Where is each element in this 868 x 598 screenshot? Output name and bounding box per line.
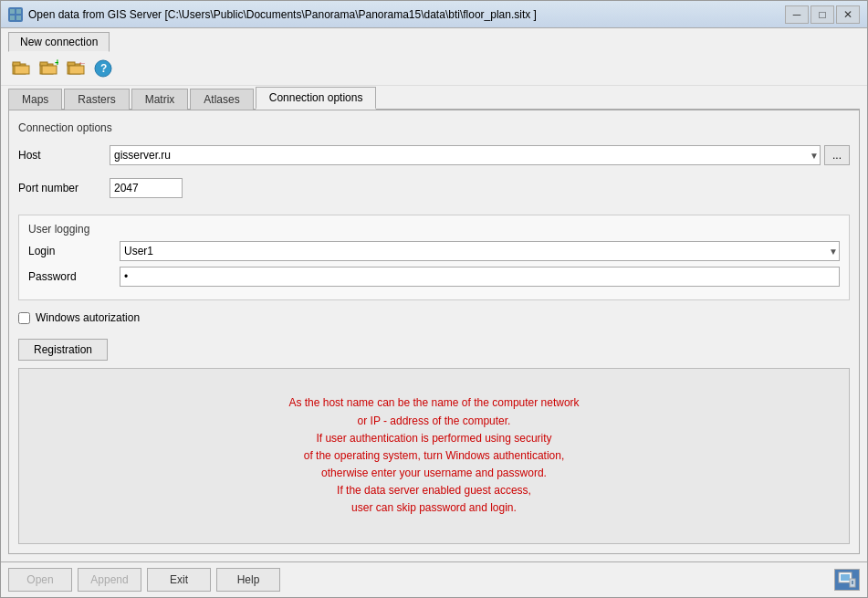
host-label: Host <box>18 149 110 162</box>
svg-rect-8 <box>40 62 47 66</box>
user-logging-section: User logging Login User1 ▼ Password <box>18 215 850 300</box>
tab-maps[interactable]: Maps <box>8 89 62 110</box>
host-select[interactable]: gisserver.ru <box>110 145 821 165</box>
append-button[interactable]: Append <box>78 568 141 592</box>
status-icon <box>834 569 860 591</box>
windows-auth-checkbox[interactable] <box>18 312 30 324</box>
window-title: Open data from GIS Server [C:\Users\Publ… <box>28 8 785 21</box>
svg-rect-18 <box>841 574 850 581</box>
registration-button[interactable]: Registration <box>18 339 108 361</box>
svg-rect-20 <box>852 581 853 584</box>
window-icon <box>8 7 23 22</box>
add-button[interactable]: + <box>36 56 61 81</box>
window-controls: ─ □ ✕ <box>785 5 860 24</box>
login-label: Login <box>28 245 120 257</box>
exit-button[interactable]: Exit <box>147 568 211 592</box>
tab-rasters[interactable]: Rasters <box>64 89 129 110</box>
new-connection-tab[interactable]: New connection <box>8 32 110 52</box>
port-row: Port number <box>18 178 850 198</box>
svg-rect-3 <box>16 16 21 20</box>
minimize-button[interactable]: ─ <box>785 5 809 24</box>
login-row: Login User1 ▼ <box>28 241 840 261</box>
svg-rect-12 <box>68 62 75 66</box>
main-window: Open data from GIS Server [C:\Users\Publ… <box>0 0 868 598</box>
tab-atlases[interactable]: Atlases <box>190 89 253 110</box>
registration-row: Registration <box>18 331 850 361</box>
content-area: Maps Rasters Matrix Atlases Connection o… <box>1 86 867 561</box>
open-file-button[interactable] <box>8 56 34 81</box>
close-button[interactable]: ✕ <box>836 5 860 24</box>
svg-rect-6 <box>15 66 29 74</box>
bottom-bar: Open Append Exit Help <box>1 561 867 597</box>
svg-text:?: ? <box>100 62 107 75</box>
toolbar: + ← ? <box>1 52 867 86</box>
info-text: As the host name can be the name of the … <box>288 394 579 517</box>
svg-text:+: + <box>55 58 58 68</box>
password-label: Password <box>28 270 120 283</box>
windows-auth-row: Windows autorization <box>18 311 850 324</box>
tab-content-connection-options: Connection options Host gisserver.ru ▼ .… <box>8 110 860 554</box>
port-label: Port number <box>18 182 110 194</box>
connection-options-section-label: Connection options <box>18 120 850 138</box>
svg-text:←: ← <box>78 58 86 68</box>
outer-tabs: New connection <box>1 28 867 52</box>
user-logging-label: User logging <box>28 223 840 236</box>
login-select-wrapper: User1 ▼ <box>120 241 840 261</box>
browse-button[interactable]: ... <box>824 145 850 165</box>
svg-rect-5 <box>13 62 20 66</box>
maximize-button[interactable]: □ <box>810 5 834 24</box>
title-bar: Open data from GIS Server [C:\Users\Publ… <box>1 1 867 28</box>
password-row: Password <box>28 267 840 287</box>
open-button[interactable]: Open <box>8 568 72 592</box>
login-select[interactable]: User1 <box>120 241 840 261</box>
inner-tabs: Maps Rasters Matrix Atlases Connection o… <box>8 86 860 110</box>
host-select-wrapper: gisserver.ru ▼ <box>110 145 821 165</box>
help-bottom-button[interactable]: Help <box>216 568 280 592</box>
tab-connection-options[interactable]: Connection options <box>256 87 377 110</box>
svg-rect-2 <box>10 16 15 20</box>
info-box: As the host name can be the name of the … <box>18 368 850 544</box>
tab-matrix[interactable]: Matrix <box>131 89 189 110</box>
svg-rect-0 <box>10 9 15 14</box>
port-input[interactable] <box>110 178 183 198</box>
back-button[interactable]: ← <box>63 56 89 81</box>
svg-rect-1 <box>16 9 21 14</box>
host-row: Host gisserver.ru ▼ ... <box>18 145 850 165</box>
help-button[interactable]: ? <box>90 56 116 81</box>
windows-auth-label[interactable]: Windows autorization <box>36 311 140 324</box>
password-input[interactable] <box>120 267 840 287</box>
